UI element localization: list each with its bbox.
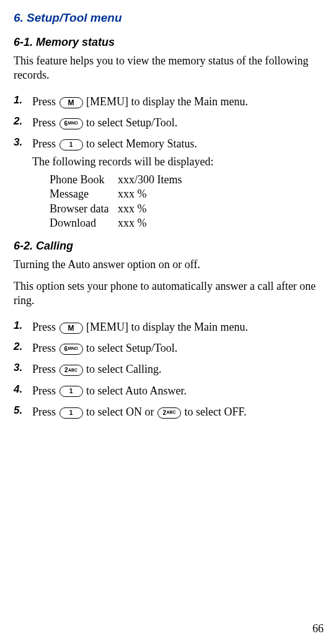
step-after: to select Setup/Tool. <box>84 116 178 129</box>
table-row: Messagexxx % <box>50 187 322 201</box>
step-number: 2. <box>14 341 32 353</box>
page-number: 66 <box>312 622 324 635</box>
record-name: Browser data <box>50 202 118 216</box>
step-text: Press 1 to select Memory Status. The fol… <box>32 136 322 230</box>
key-1-icon: 1 <box>60 139 83 150</box>
section-6-2-steps: 1. Press M [MEMU] to display the Main me… <box>14 320 322 419</box>
step-text: Press 1 to select ON or 2ABC to select O… <box>32 404 322 419</box>
step-text: Press 6MNO to select Setup/Tool. <box>32 115 322 130</box>
step-after: to select Memory Status. <box>84 137 197 150</box>
record-name: Phone Book <box>50 173 118 187</box>
step-text: Press M [MEMU] to display the Main menu. <box>32 320 322 334</box>
record-value: xxx % <box>118 202 147 216</box>
step-number: 1. <box>14 94 32 107</box>
step-before: Press <box>32 406 59 418</box>
step-before: Press <box>32 95 59 108</box>
section-6-2-intro-1: Turning the Auto answer option on or off… <box>14 258 322 272</box>
key-6-icon: 6MNO <box>60 344 83 355</box>
step-5: 5. Press 1 to select ON or 2ABC to selec… <box>14 404 322 419</box>
step-4: 4. Press 1 to select Auto Answer. <box>14 383 322 398</box>
step-number: 4. <box>14 383 32 396</box>
step-before: Press <box>32 137 59 150</box>
step-number: 2. <box>14 115 32 128</box>
page-title: 6. Setup/Tool menu <box>14 11 322 25</box>
step-mid: to select ON or <box>84 406 157 418</box>
record-value: xxx % <box>118 216 147 230</box>
step-before: Press <box>32 385 59 397</box>
section-6-1-steps: 1. Press M [MEMU] to display the Main me… <box>14 94 322 231</box>
step-after: to select Auto Answer. <box>84 385 187 397</box>
table-row: Browser dataxxx % <box>50 202 322 216</box>
record-name: Download <box>50 216 118 230</box>
table-row: Downloadxxx % <box>50 216 322 230</box>
step-number: 1. <box>14 320 32 332</box>
step-text: Press 2ABC to select Calling. <box>32 362 322 376</box>
step-after: to select Setup/Tool. <box>84 342 178 354</box>
table-row: Phone Bookxxx/300 Items <box>50 173 322 187</box>
step-before: Press <box>32 363 59 375</box>
record-value: xxx/300 Items <box>118 173 182 187</box>
key-2-icon: 2ABC <box>60 365 83 376</box>
step-text: Press 1 to select Auto Answer. <box>32 383 322 398</box>
step-before: Press <box>32 116 59 129</box>
step-text: Press 6MNO to select Setup/Tool. <box>32 341 322 355</box>
key-6-icon: 6MNO <box>60 118 83 129</box>
step-after: to select Calling. <box>84 363 162 375</box>
step-number: 3. <box>14 136 32 149</box>
records-table: Phone Bookxxx/300 Items Messagexxx % Bro… <box>50 173 322 231</box>
section-6-2-intro-2: This option sets your phone to automatic… <box>14 279 322 308</box>
section-6-1-title: 6-1. Memory status <box>14 36 322 49</box>
record-name: Message <box>50 187 118 201</box>
step-2: 2. Press 6MNO to select Setup/Tool. <box>14 115 322 130</box>
key-1-icon: 1 <box>60 407 83 419</box>
step-before: Press <box>32 342 59 354</box>
step-1: 1. Press M [MEMU] to display the Main me… <box>14 320 322 334</box>
step-3: 3. Press 1 to select Memory Status. The … <box>14 136 322 230</box>
step-line2: The following records will be displayed: <box>32 154 322 169</box>
step-2: 2. Press 6MNO to select Setup/Tool. <box>14 341 322 355</box>
step-3: 3. Press 2ABC to select Calling. <box>14 362 322 376</box>
key-m-icon: M <box>60 97 83 108</box>
key-1-icon: 1 <box>60 386 83 397</box>
section-6-2-title: 6-2. Calling <box>14 240 322 253</box>
key-m-icon: M <box>60 323 83 334</box>
step-after: [MEMU] to display the Main menu. <box>84 95 248 108</box>
key-2-icon: 2ABC <box>157 407 181 419</box>
step-text: Press M [MEMU] to display the Main menu. <box>32 94 322 109</box>
step-1: 1. Press M [MEMU] to display the Main me… <box>14 94 322 109</box>
step-number: 5. <box>14 404 32 417</box>
step-number: 3. <box>14 362 32 374</box>
record-value: xxx % <box>118 187 147 201</box>
section-6-1-intro: This feature helps you to view the memor… <box>14 54 322 83</box>
step-after: [MEMU] to display the Main menu. <box>84 321 248 333</box>
step-after: to select OFF. <box>182 406 247 418</box>
step-before: Press <box>32 321 59 333</box>
